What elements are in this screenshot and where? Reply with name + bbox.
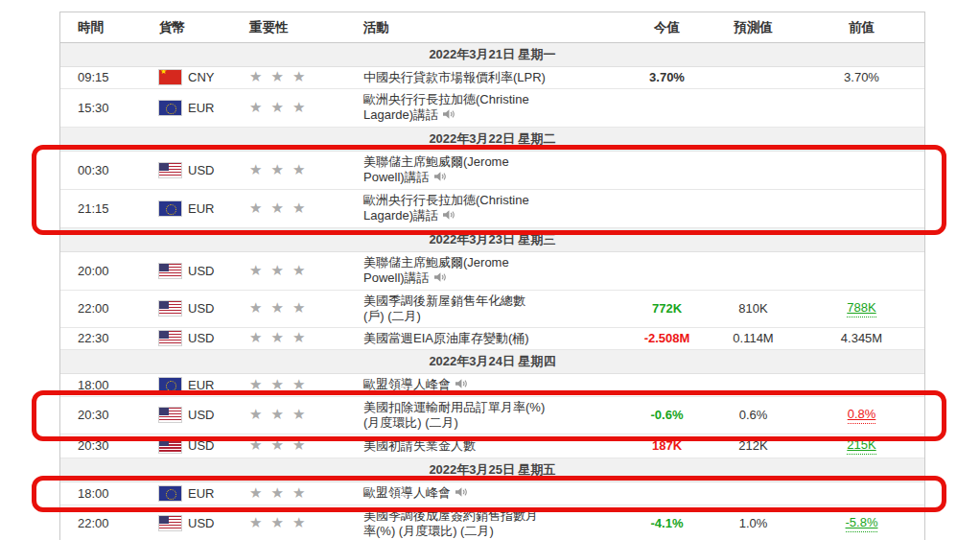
previous-value-text: 3.70% — [844, 70, 879, 85]
star-icon: ★ — [270, 436, 283, 453]
event-currency: USD — [147, 301, 247, 317]
event-currency: USD — [147, 163, 247, 178]
star-icon: ★ — [249, 484, 262, 501]
event-row[interactable]: 15:30 EUR ★★★ 歐洲央行行長拉加德(Christine Lagard… — [60, 89, 924, 128]
star-icon: ★ — [292, 514, 305, 530]
currency-flag-icon — [159, 331, 181, 345]
event-activity[interactable]: 美聯儲主席鮑威爾(Jerome Powell)講話 — [353, 154, 626, 186]
actual-value-text: 3.70% — [649, 70, 685, 85]
event-time: 20:30 — [60, 408, 147, 423]
currency-flag-icon — [159, 438, 181, 453]
event-time: 09:15 — [60, 70, 147, 85]
event-row[interactable]: 22:30 USD ★★★ 美國當週EIA原油庫存變動(桶) -2.508M 0… — [60, 328, 924, 350]
event-row[interactable]: 20:30 USD ★★★ 美國初請失業金人數 187K 212K 215K — [60, 434, 924, 458]
event-activity[interactable]: 歐盟領導人峰會 — [353, 485, 626, 502]
event-activity[interactable]: 美國季調後成屋簽約銷售指數月 率(%) (月度環比) (二月) — [353, 508, 626, 539]
star-icon: ★ — [270, 99, 283, 115]
star-icon: ★ — [292, 436, 305, 453]
event-activity-text: 中國央行貸款市場報價利率(LPR) — [363, 70, 546, 84]
forecast-value: 810K — [708, 301, 799, 317]
star-icon: ★ — [249, 262, 262, 278]
event-activity-text: 美國季調後成屋簽約銷售指數月 率(%) (月度環比) (二月) — [363, 508, 538, 538]
actual-value — [626, 486, 708, 502]
forecast-value: 1.0% — [708, 516, 799, 531]
star-icon: ★ — [292, 406, 305, 422]
currency-code: EUR — [188, 101, 214, 115]
star-icon: ★ — [249, 68, 262, 84]
forecast-value: 212K — [708, 438, 799, 454]
column-header-activity: 活動 — [353, 19, 626, 36]
importance-stars: ★★★ — [247, 264, 353, 279]
event-row[interactable]: 20:30 USD ★★★ 美國扣除運輸耐用品訂單月率(%) (月度環比) (二… — [60, 397, 924, 434]
actual-value: 3.70% — [626, 70, 708, 85]
previous-value: 0.8% — [799, 407, 924, 424]
previous-value — [799, 163, 924, 178]
previous-value-text: -5.8% — [846, 515, 878, 532]
event-currency: USD — [147, 331, 247, 346]
actual-value — [626, 264, 708, 279]
star-icon: ★ — [292, 329, 305, 345]
event-activity[interactable]: 歐盟領導人峰會 — [353, 377, 626, 393]
star-icon: ★ — [292, 376, 305, 392]
previous-value-text: 788K — [847, 300, 875, 317]
previous-value — [799, 101, 924, 116]
event-row[interactable]: 22:00 USD ★★★ 美國季調後新屋銷售年化總數 (戶) (二月) 772… — [60, 291, 924, 328]
event-currency: USD — [147, 516, 247, 531]
forecast-value — [708, 264, 799, 279]
actual-value: 772K — [626, 301, 708, 317]
column-header-actual: 今值 — [626, 19, 708, 36]
event-row[interactable]: 22:00 USD ★★★ 美國季調後成屋簽約銷售指數月 率(%) (月度環比)… — [60, 505, 924, 540]
currency-flag-icon — [159, 101, 181, 115]
forecast-value — [708, 378, 799, 393]
previous-value — [799, 201, 924, 217]
event-row[interactable]: 20:00 USD ★★★ 美聯儲主席鮑威爾(Jerome Powell)講話 — [60, 252, 924, 291]
event-row[interactable]: 18:00 EUR ★★★ 歐盟領導人峰會 — [60, 482, 924, 505]
event-row[interactable]: 18:00 EUR ★★★ 歐盟領導人峰會 — [60, 374, 924, 397]
event-activity-text: 美國季調後新屋銷售年化總數 (戶) (二月) — [363, 293, 525, 323]
column-header-time: 時間 — [60, 19, 147, 36]
importance-stars: ★★★ — [247, 486, 353, 502]
currency-code: EUR — [188, 378, 214, 392]
event-currency: USD — [147, 438, 247, 454]
forecast-value — [708, 70, 799, 85]
speaker-icon — [442, 108, 455, 123]
importance-stars: ★★★ — [247, 301, 353, 317]
currency-flag-icon — [159, 264, 181, 278]
currency-code: EUR — [188, 486, 214, 501]
currency-flag-icon — [159, 163, 181, 177]
previous-value-text: 0.8% — [848, 407, 876, 424]
currency-code: USD — [188, 408, 214, 422]
forecast-value — [708, 163, 799, 178]
calendar-body: 2022年3月21日 星期一 09:15 CNY ★★★ 中國央行貸款市場報價利… — [60, 43, 924, 540]
forecast-value-text: 212K — [738, 438, 767, 454]
calendar-header-row: 時間 貨幣 重要性 活動 今值 預測值 前值 — [60, 12, 924, 43]
star-icon: ★ — [249, 376, 262, 392]
date-header-row: 2022年3月25日 星期五 — [60, 458, 924, 482]
star-icon: ★ — [292, 68, 305, 84]
event-activity[interactable]: 中國央行貸款市場報價利率(LPR) — [353, 70, 626, 85]
date-header-label: 2022年3月21日 星期一 — [429, 47, 555, 61]
currency-code: USD — [188, 516, 214, 530]
event-activity[interactable]: 美國季調後新屋銷售年化總數 (戶) (二月) — [353, 293, 626, 324]
actual-value: 187K — [626, 438, 708, 454]
currency-code: USD — [188, 301, 214, 316]
event-row[interactable]: 09:15 CNY ★★★ 中國央行貸款市場報價利率(LPR) 3.70% 3.… — [60, 67, 924, 89]
event-activity-text: 美國當週EIA原油庫存變動(桶) — [363, 331, 529, 345]
actual-value — [626, 163, 708, 178]
actual-value: -2.508M — [626, 331, 708, 346]
event-activity[interactable]: 美國扣除運輸耐用品訂單月率(%) (月度環比) (二月) — [353, 400, 626, 431]
event-row[interactable]: 00:30 USD ★★★ 美聯儲主席鮑威爾(Jerome Powell)講話 — [60, 152, 924, 190]
forecast-value-text: 1.0% — [739, 516, 768, 531]
currency-code: EUR — [188, 201, 214, 216]
currency-flag-icon — [159, 408, 181, 422]
star-icon: ★ — [249, 299, 262, 316]
event-activity[interactable]: 歐洲央行行長拉加德(Christine Lagarde)講話 — [353, 193, 626, 224]
event-activity[interactable]: 美國當週EIA原油庫存變動(桶) — [353, 331, 626, 346]
event-currency: USD — [147, 264, 247, 279]
event-row[interactable]: 21:15 EUR ★★★ 歐洲央行行長拉加德(Christine Lagard… — [60, 190, 924, 228]
event-activity[interactable]: 歐洲央行行長拉加德(Christine Lagarde)講話 — [353, 92, 626, 124]
event-activity[interactable]: 美聯儲主席鮑威爾(Jerome Powell)講話 — [353, 255, 626, 287]
event-time: 00:30 — [60, 163, 147, 178]
star-icon: ★ — [270, 161, 283, 177]
event-activity[interactable]: 美國初請失業金人數 — [353, 438, 626, 454]
